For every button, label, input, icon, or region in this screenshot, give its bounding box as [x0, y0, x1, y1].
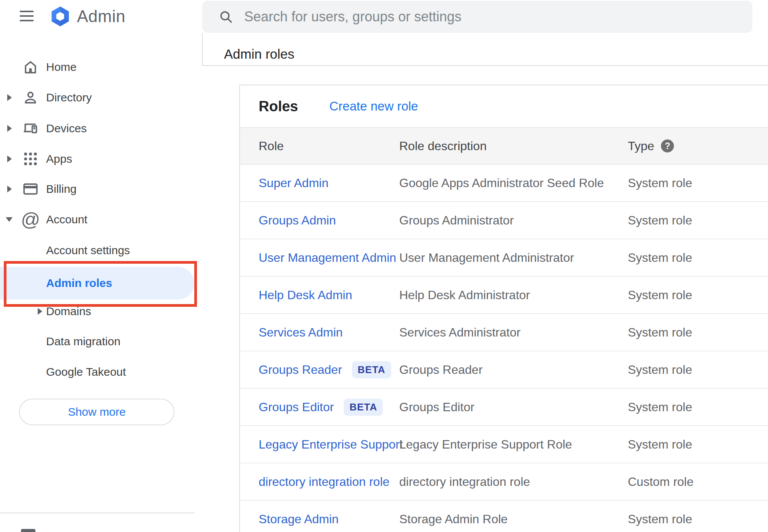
- sidebar-item-home[interactable]: Home: [0, 52, 202, 82]
- role-description-cell: User Management Administrator: [399, 251, 628, 265]
- sidebar-item-admin-roles[interactable]: Admin roles: [0, 267, 194, 300]
- admin-hexagon-icon: [49, 5, 72, 28]
- credit-card-icon: [22, 180, 39, 198]
- chevron-down-icon[interactable]: [6, 217, 13, 222]
- at-sign-icon: @: [22, 211, 39, 228]
- sidebar-item-devices[interactable]: Devices: [0, 113, 202, 144]
- role-description-cell: Google Apps Administrator Seed Role: [399, 176, 628, 190]
- role-type-cell: System role: [628, 325, 768, 340]
- sidebar-item-label: Admin roles: [46, 277, 112, 290]
- home-icon: [22, 58, 39, 76]
- help-icon[interactable]: ?: [661, 139, 674, 152]
- role-type-cell: System role: [628, 512, 768, 526]
- role-link[interactable]: Super Admin: [259, 176, 328, 190]
- role-link[interactable]: Groups Reader: [259, 363, 342, 377]
- role-type-cell: System role: [628, 363, 768, 377]
- role-cell: Groups Reader BETA: [259, 361, 399, 378]
- role-link[interactable]: Help Desk Admin: [259, 288, 352, 302]
- column-header-type-label: Type: [628, 139, 654, 153]
- sidebar-item-label: Account: [46, 213, 87, 226]
- role-cell: Groups Editor BETA: [259, 399, 399, 416]
- sidebar-item-label: Directory: [46, 91, 92, 104]
- show-more-button[interactable]: Show more: [19, 399, 174, 425]
- role-description-cell: Services Administrator: [399, 325, 628, 340]
- header-divider: [202, 65, 768, 66]
- app-logo: Admin: [49, 5, 125, 28]
- create-new-role-link[interactable]: Create new role: [329, 99, 418, 114]
- chevron-right-icon[interactable]: [7, 125, 12, 132]
- sidebar-item-google-takeout[interactable]: Google Takeout: [0, 357, 202, 387]
- sidebar-item-directory[interactable]: Directory: [0, 82, 202, 113]
- sidebar-item-data-migration[interactable]: Data migration: [0, 326, 202, 357]
- sidebar-item-label: Domains: [46, 305, 91, 318]
- sidebar-item-label: Billing: [46, 183, 77, 195]
- roles-table-body: Super Admin Google Apps Administrator Se…: [240, 165, 768, 532]
- sidebar-item-billing[interactable]: Billing: [0, 174, 202, 204]
- role-description-cell: Storage Admin Role: [399, 512, 628, 526]
- sidebar-item-account[interactable]: @ Account: [0, 204, 202, 235]
- role-type-cell: System role: [628, 213, 768, 228]
- role-type-cell: System role: [628, 437, 768, 452]
- role-cell: Services Admin: [259, 325, 399, 340]
- role-link[interactable]: Groups Admin: [259, 213, 336, 228]
- role-link[interactable]: Services Admin: [259, 325, 343, 340]
- role-description-cell: directory integration role: [399, 475, 628, 489]
- role-link[interactable]: User Management Admin: [259, 251, 396, 265]
- table-row: Legacy Enterprise Support Legacy Enterpr…: [240, 426, 768, 463]
- chevron-right-icon[interactable]: [7, 186, 12, 192]
- sidebar-divider: [0, 513, 194, 513]
- table-row: Services Admin Services Administrator Sy…: [240, 314, 768, 351]
- role-description-cell: Groups Administrator: [399, 213, 628, 228]
- role-type-cell: System role: [628, 251, 768, 265]
- role-link[interactable]: Legacy Enterprise Support: [259, 437, 403, 452]
- table-row: directory integration role directory int…: [240, 463, 768, 501]
- table-row: User Management Admin User Management Ad…: [240, 239, 768, 277]
- card-title: Roles: [259, 98, 298, 115]
- role-cell: Groups Admin: [259, 213, 399, 228]
- search-icon: [218, 9, 234, 24]
- table-row: Groups Editor BETA Groups Editor System …: [240, 389, 768, 426]
- search-bar[interactable]: [202, 1, 752, 33]
- chevron-right-icon[interactable]: [7, 155, 12, 162]
- role-cell: directory integration role: [259, 475, 399, 489]
- hamburger-menu-icon[interactable]: [20, 11, 34, 22]
- sidebar-item-label: Google Takeout: [46, 365, 126, 378]
- column-header-type: Type ?: [628, 139, 768, 153]
- column-header-role-description: Role description: [399, 139, 628, 153]
- role-link[interactable]: directory integration role: [259, 475, 389, 489]
- sidebar-item-label: Devices: [46, 122, 87, 135]
- sidebar-item-label: Data migration: [46, 335, 120, 348]
- chevron-right-icon[interactable]: [7, 94, 12, 101]
- table-row: Groups Reader BETA Groups Reader System …: [240, 351, 768, 389]
- clipped-sidebar-icon: [21, 529, 35, 532]
- sidebar-item-account-settings[interactable]: Account settings: [0, 235, 202, 266]
- sidebar-item-apps[interactable]: Apps: [0, 144, 202, 174]
- role-cell: Help Desk Admin: [259, 288, 399, 302]
- role-type-cell: System role: [628, 288, 768, 302]
- table-row: Groups Admin Groups Administrator System…: [240, 202, 768, 239]
- role-link[interactable]: Groups Editor: [259, 400, 334, 414]
- breadcrumb: Admin roles: [224, 46, 294, 62]
- role-type-cell: System role: [628, 400, 768, 414]
- role-cell: Storage Admin: [259, 512, 399, 526]
- role-link[interactable]: Storage Admin: [259, 512, 339, 526]
- role-cell: Legacy Enterprise Support: [259, 437, 399, 452]
- role-type-cell: Custom role: [628, 475, 768, 489]
- role-type-cell: System role: [628, 176, 768, 190]
- sidebar-item-label: Apps: [46, 152, 72, 165]
- role-description-cell: Groups Reader: [399, 363, 628, 377]
- sidebar: Admin Home Directory: [0, 0, 202, 532]
- sidebar-item-label: Account settings: [46, 244, 130, 257]
- chevron-right-icon[interactable]: [38, 308, 42, 315]
- beta-badge: BETA: [352, 361, 391, 378]
- roles-card: Roles Create new role Role Role descript…: [239, 85, 768, 532]
- table-row: Help Desk Admin Help Desk Administrator …: [240, 277, 768, 314]
- sidebar-item-domains[interactable]: Domains: [0, 296, 202, 327]
- search-input[interactable]: [243, 8, 741, 25]
- role-cell: User Management Admin: [259, 251, 399, 265]
- sidebar-content-divider: [202, 33, 203, 65]
- roles-card-header: Roles Create new role: [240, 85, 768, 127]
- apps-grid-icon: [22, 150, 39, 168]
- role-description-cell: Legacy Enterprise Support Role: [399, 437, 628, 452]
- app-title: Admin: [77, 7, 125, 26]
